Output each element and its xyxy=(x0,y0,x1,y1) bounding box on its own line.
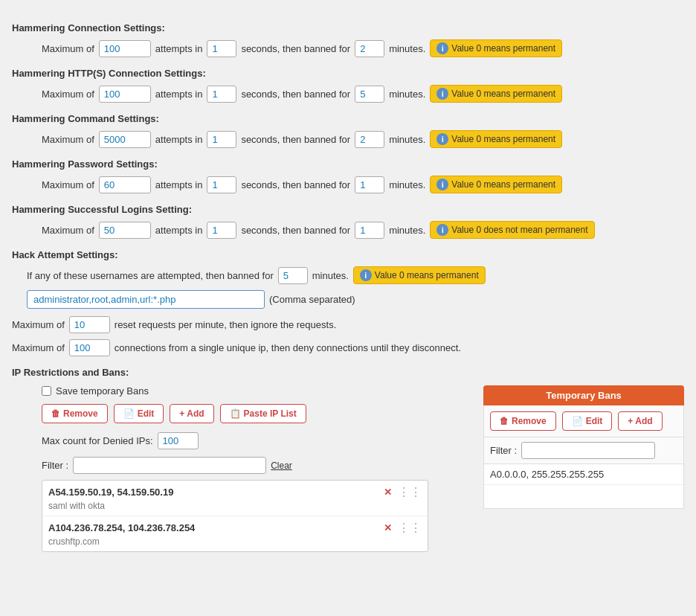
max-label-2: Maximum of xyxy=(42,89,94,100)
hammering-connection-banned-input[interactable] xyxy=(355,40,384,57)
hammering-logins-banned-input[interactable] xyxy=(355,222,384,239)
info-icon-4: i xyxy=(436,179,448,190)
drag-handle-1[interactable]: ⋮⋮ xyxy=(398,485,422,499)
ip-buttons-row: 🗑 Remove 📄 Edit + Add 📋 Paste IP List xyxy=(42,404,468,423)
comma-label: (Comma separated) xyxy=(269,294,355,305)
banned-label-3: seconds, then banned for xyxy=(241,134,350,145)
hammering-http-banned-input[interactable] xyxy=(355,86,384,103)
hammering-logins-attempts-input[interactable] xyxy=(207,222,236,239)
ip-remove-button[interactable]: 🗑 Remove xyxy=(42,404,108,423)
ip-restrictions-layout: Save temporary Bans 🗑 Remove 📄 Edit + Ad… xyxy=(12,385,684,552)
temp-remove-button[interactable]: 🗑 Remove xyxy=(490,411,556,431)
hammering-logins-row: Maximum of attempts in seconds, then ban… xyxy=(42,221,684,239)
ip-paste-button[interactable]: 📋 Paste IP List xyxy=(220,404,306,423)
max-connections-row: Maximum of connections from a single uni… xyxy=(12,339,684,356)
ip-list-item-2: A104.236.78.254, 104.236.78.254 ✕ ⋮⋮ cru… xyxy=(42,516,428,551)
hammering-connection-attempts-input[interactable] xyxy=(207,40,236,57)
attempts-label-1: attempts in xyxy=(155,43,203,54)
ip-filter-row: Filter : Clear xyxy=(42,457,468,474)
hammering-logins-title: Hammering Successful Logins Setting: xyxy=(12,204,684,215)
filter-label: Filter : xyxy=(42,460,68,471)
hammering-connection-tooltip: i Value 0 means permanent xyxy=(430,39,562,57)
minutes-label-1: minutes. xyxy=(389,43,425,54)
hack-attempt-row: If any of these usernames are attempted,… xyxy=(27,266,684,284)
max-connections-input[interactable] xyxy=(69,339,110,356)
minutes-label-5: minutes. xyxy=(389,225,425,236)
ip-desc-1: saml with okta xyxy=(48,501,422,511)
temp-ip-addr-1: A0.0.0.0, 255.255.255.255 xyxy=(490,469,604,480)
reset-requests-row: Maximum of reset requests per minute, th… xyxy=(12,316,684,333)
save-temp-bans-label: Save temporary Bans xyxy=(56,385,149,397)
attempts-label-2: attempts in xyxy=(155,89,203,100)
max-conn-prefix: Maximum of xyxy=(12,342,65,353)
max-label-3: Maximum of xyxy=(42,134,94,145)
hammering-command-banned-input[interactable] xyxy=(355,131,384,148)
ip-edit-button[interactable]: 📄 Edit xyxy=(114,404,164,423)
ip-remove-1[interactable]: ✕ xyxy=(384,487,392,498)
hack-attempt-title: Hack Attempt Settings: xyxy=(12,249,684,260)
hammering-password-section: Hammering Password Settings: Maximum of … xyxy=(12,158,684,193)
temp-edit-button[interactable]: 📄 Edit xyxy=(562,411,613,431)
hack-minutes-label: minutes. xyxy=(312,270,349,281)
hammering-http-title: Hammering HTTP(S) Connection Settings: xyxy=(12,68,684,79)
paste-icon: 📋 xyxy=(230,408,241,419)
hammering-http-max-input[interactable] xyxy=(99,86,151,103)
ip-remove-2[interactable]: ✕ xyxy=(384,522,392,533)
hammering-logins-section: Hammering Successful Logins Setting: Max… xyxy=(12,204,684,239)
hack-attempt-section: Hack Attempt Settings: If any of these u… xyxy=(12,249,684,309)
ip-clear-button[interactable]: Clear xyxy=(271,461,292,471)
max-conn-suffix: connections from a single unique ip, the… xyxy=(115,342,461,353)
hammering-password-attempts-input[interactable] xyxy=(207,176,236,193)
minutes-label-3: minutes. xyxy=(389,134,425,145)
info-icon-6: i xyxy=(360,269,372,281)
hack-usernames-row: (Comma separated) xyxy=(27,290,684,309)
hammering-password-banned-input[interactable] xyxy=(355,176,384,193)
hammering-command-attempts-input[interactable] xyxy=(207,131,236,148)
hack-attempt-banned-input[interactable] xyxy=(278,267,308,284)
hammering-http-attempts-input[interactable] xyxy=(207,86,236,103)
max-count-row: Max count for Denied IPs: xyxy=(42,432,468,449)
attempts-label-3: attempts in xyxy=(155,134,203,145)
attempts-label-5: attempts in xyxy=(155,225,203,236)
info-icon-2: i xyxy=(436,88,448,100)
hammering-command-section: Hammering Command Settings: Maximum of a… xyxy=(12,113,684,148)
max-label-4: Maximum of xyxy=(42,179,94,190)
temp-filter-input[interactable] xyxy=(521,442,655,459)
hammering-connection-section: Hammering Connection Settings: Maximum o… xyxy=(12,22,684,57)
hammering-http-tooltip: i Value 0 means permanent xyxy=(430,85,562,103)
reset-suffix: reset requests per minute, then ignore t… xyxy=(115,319,336,330)
temp-filter-row: Filter : xyxy=(483,437,684,464)
ip-desc-2: crushftp.com xyxy=(48,536,422,547)
ip-item-row-2: A104.236.78.254, 104.236.78.254 ✕ ⋮⋮ xyxy=(48,521,422,535)
ip-restrictions-title: IP Restrictions and Bans: xyxy=(12,367,684,378)
hack-usernames-input[interactable] xyxy=(27,290,265,309)
minutes-label-2: minutes. xyxy=(389,89,425,100)
ip-actions-2: ✕ ⋮⋮ xyxy=(384,521,422,535)
max-count-label: Max count for Denied IPs: xyxy=(42,435,153,446)
hammering-command-title: Hammering Command Settings: xyxy=(12,113,684,124)
ip-filter-input[interactable] xyxy=(73,457,266,474)
ip-add-button[interactable]: + Add xyxy=(170,404,213,423)
hammering-connection-row: Maximum of attempts in seconds, then ban… xyxy=(42,39,684,57)
ip-list-item: A54.159.50.19, 54.159.50.19 ✕ ⋮⋮ saml wi… xyxy=(42,481,428,516)
ip-restrictions-section: IP Restrictions and Bans: Save temporary… xyxy=(12,367,684,552)
ip-addr-1: A54.159.50.19, 54.159.50.19 xyxy=(48,487,173,498)
drag-handle-2[interactable]: ⋮⋮ xyxy=(398,521,422,535)
hammering-password-row: Maximum of attempts in seconds, then ban… xyxy=(42,176,684,193)
hammering-command-tooltip: i Value 0 means permanent xyxy=(430,130,562,148)
hack-attempt-content: If any of these usernames are attempted,… xyxy=(27,266,684,309)
hammering-logins-max-input[interactable] xyxy=(99,222,151,239)
reset-requests-input[interactable] xyxy=(69,316,110,333)
max-count-input[interactable] xyxy=(158,432,199,449)
save-temp-bans-checkbox[interactable] xyxy=(42,386,51,396)
banned-label-4: seconds, then banned for xyxy=(241,179,350,190)
hammering-http-row: Maximum of attempts in seconds, then ban… xyxy=(42,85,684,103)
hammering-command-max-input[interactable] xyxy=(99,131,151,148)
banned-label-5: seconds, then banned for xyxy=(241,225,350,236)
info-icon-1: i xyxy=(436,42,448,54)
temp-add-button[interactable]: + Add xyxy=(618,411,662,431)
hammering-password-max-input[interactable] xyxy=(99,176,151,193)
hammering-connection-max-input[interactable] xyxy=(99,40,151,57)
banned-label-1: seconds, then banned for xyxy=(241,43,350,54)
trash-icon: 🗑 xyxy=(51,408,60,419)
